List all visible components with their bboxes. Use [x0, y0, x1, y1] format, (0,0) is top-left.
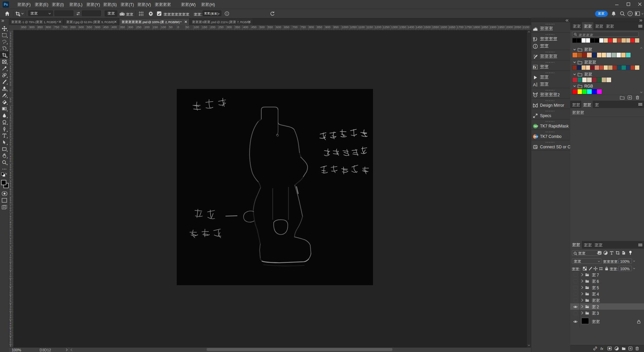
svg-text:USB: USB — [534, 147, 537, 149]
svg-text:A: A — [533, 82, 536, 87]
svg-text:?: ? — [629, 12, 631, 15]
svg-text:TK7: TK7 — [534, 135, 538, 138]
svg-text:fx: fx — [600, 347, 603, 351]
svg-text:fx: fx — [533, 65, 537, 69]
svg-text:TK7: TK7 — [534, 125, 538, 128]
